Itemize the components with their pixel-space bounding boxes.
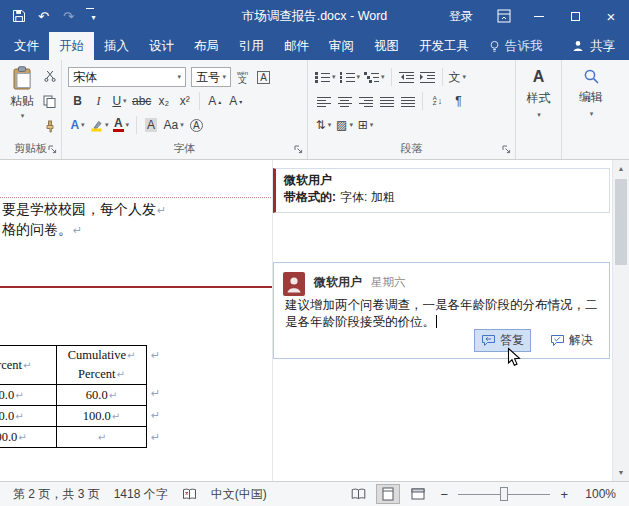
numbering-button[interactable]: ▾ [339,67,362,87]
copy-button[interactable] [40,91,59,111]
multilevel-list-button[interactable]: ▾ [363,67,386,87]
grow-font-button[interactable]: A▴ [205,91,224,111]
clipboard-dialog-launcher[interactable] [47,144,58,155]
enclose-characters-button[interactable]: A [187,115,206,135]
character-shading-button[interactable]: A [142,115,161,135]
justify-button[interactable] [377,91,396,111]
document-text-line[interactable]: 格的问卷。↵ [2,221,82,239]
show-hide-marks-button[interactable]: ¶ [449,91,468,111]
font-name-caret[interactable]: ▾ [177,73,181,81]
scroll-thumb[interactable] [615,179,627,265]
tell-me-button[interactable]: 告诉我 [479,32,553,60]
document-table[interactable]: Percent↵Cumulative↵Percent↵60.0↵60.0↵40.… [0,345,147,448]
font-size-caret[interactable]: ▾ [222,73,226,81]
highlight-color-button[interactable]: ▾ [89,115,110,135]
increase-indent-button[interactable] [418,67,437,87]
underline-button[interactable]: U▾ [110,91,129,111]
table-cell[interactable]: ↵ [57,427,147,448]
asian-layout-button[interactable]: 文▾ [448,67,468,87]
page-number-status[interactable]: 第 2 页，共 3 页 [6,486,107,503]
zoom-level[interactable]: 100% [578,487,623,501]
ribbon-display-options-icon [497,9,511,23]
document-text-line[interactable]: 要是学校校园，每个人发↵ [2,201,166,219]
comment-resolve-button[interactable]: 解决 [543,329,600,352]
table-header-cell[interactable]: Cumulative↵Percent↵ [57,346,147,385]
phonetic-guide-button[interactable]: wén文 [233,67,252,87]
styles-button[interactable]: A 样式 ▾ [516,68,561,119]
tab-view[interactable]: 视图 [364,32,409,60]
italic-button[interactable]: I [89,91,108,111]
close-button[interactable]: × [593,0,629,32]
zoom-in-button[interactable]: + [556,487,572,502]
word-count-status[interactable]: 1418 个字 [107,486,175,503]
table-cell[interactable]: 60.0↵ [57,385,147,406]
borders-button[interactable]: ⊞▾ [356,115,375,135]
paste-dropdown-caret[interactable]: ▾ [21,112,25,120]
cut-button[interactable] [40,66,59,86]
superscript-button[interactable]: x² [175,91,194,111]
table-header-cell[interactable]: Percent↵ [0,346,57,385]
tab-references[interactable]: 引用 [229,32,274,60]
ribbon-display-options-button[interactable] [487,9,521,23]
change-case-button[interactable]: Aa▾ [163,115,185,135]
tab-file[interactable]: 文件 [4,32,49,60]
font-name-combobox[interactable]: 宋体 ▾ [68,67,186,87]
table-cell[interactable]: 100.0↵ [0,427,57,448]
strikethrough-button[interactable]: abc [131,91,152,111]
editing-button[interactable]: 编辑 ▾ [562,68,620,118]
scroll-up-arrow[interactable]: ▲ [613,160,629,177]
font-dialog-launcher[interactable] [293,144,304,155]
tab-design[interactable]: 设计 [139,32,184,60]
line-spacing-button[interactable]: ⇅▾ [314,115,333,135]
distribute-button[interactable] [398,91,417,111]
tab-insert[interactable]: 插入 [94,32,139,60]
align-right-button[interactable] [356,91,375,111]
shrink-font-button[interactable]: A▾ [226,91,245,111]
paragraph-dialog-launcher[interactable] [501,144,512,155]
align-left-button[interactable] [314,91,333,111]
undo-button[interactable]: ↶ [36,8,51,24]
zoom-slider[interactable] [458,484,550,504]
table-cell[interactable]: 60.0↵ [0,385,57,406]
save-button[interactable] [11,8,26,24]
language-status[interactable]: 中文(中国) [204,486,274,503]
minimize-button[interactable] [521,0,557,32]
zoom-out-button[interactable]: − [436,487,452,502]
comment-reply-button[interactable]: 答复 [474,329,531,352]
shading-button[interactable]: ▨▾ [335,115,354,135]
zoom-slider-thumb[interactable] [500,487,508,501]
font-color-button[interactable]: A▾ [112,115,131,135]
scroll-down-arrow[interactable]: ▼ [613,464,629,481]
proofing-status[interactable] [175,488,204,501]
bold-button[interactable]: B [68,91,87,111]
tab-developer[interactable]: 开发工具 [409,32,479,60]
tab-mailings[interactable]: 邮件 [274,32,319,60]
sort-button[interactable]: AZ↓ [428,91,447,111]
format-painter-button[interactable] [40,116,59,136]
sign-in-button[interactable]: 登录 [435,8,487,25]
tab-home[interactable]: 开始 [49,32,94,60]
align-center-button[interactable] [335,91,354,111]
font-size-combobox[interactable]: 五号 ▾ [191,67,231,87]
bullets-button[interactable]: ▾ [314,67,337,87]
revision-callout[interactable]: 微软用户 带格式的:字体: 加粗 [273,168,610,213]
share-button[interactable]: 共享 [558,32,629,60]
tab-layout[interactable]: 布局 [184,32,229,60]
maximize-button[interactable] [557,0,593,32]
web-layout-button[interactable] [406,484,430,504]
table-cell[interactable]: 40.0↵ [0,406,57,427]
redo-button[interactable]: ↷ [61,8,76,24]
tab-review[interactable]: 审阅 [319,32,364,60]
read-mode-button[interactable] [346,484,370,504]
table-cell[interactable]: 100.0↵ [57,406,147,427]
paste-button[interactable]: 粘贴 ▾ [5,66,39,120]
text-effects-button[interactable]: A▾ [68,115,87,135]
print-layout-button[interactable] [376,484,400,504]
comment-text[interactable]: 建议增加两个问卷调查，一是各年龄阶段的分布情况，二是各年龄阶段接受的价位。 [285,297,603,331]
comment-card[interactable]: 微软用户星期六 建议增加两个问卷调查，一是各年龄阶段的分布情况，二是各年龄阶段接… [273,262,610,359]
decrease-indent-button[interactable] [397,67,416,87]
vertical-scrollbar[interactable]: ▲ ▼ [612,160,629,481]
character-border-button[interactable]: A [254,67,273,87]
customize-qat-caret[interactable]: ▾ [86,8,101,24]
subscript-button[interactable]: x₂ [154,91,173,111]
